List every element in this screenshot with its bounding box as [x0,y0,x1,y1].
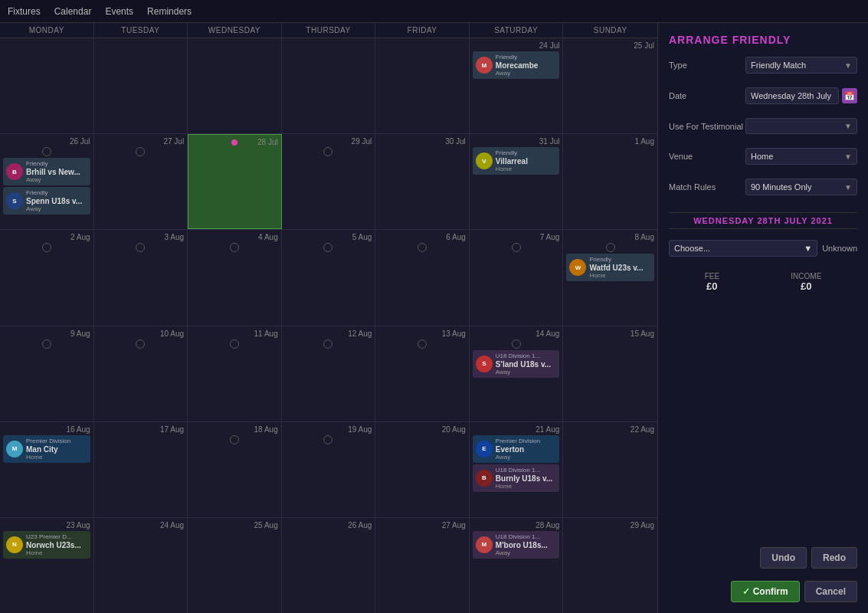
type-value: Friendly Match [751,61,806,70]
match-card-4-5-0[interactable]: EPremier DivisionEvertonAway [473,435,560,463]
add-dot-2-5[interactable] [512,243,521,252]
cal-cell-1-2[interactable]: 28 Jul [188,134,282,229]
cal-cell-4-2[interactable]: 18 Aug [188,422,282,517]
nav-events[interactable]: Events [105,6,133,17]
cal-cell-2-3[interactable]: 5 Aug [282,230,376,325]
match-card-3-5-0[interactable]: SU18 Division 1...S'land U18s v...Away [473,350,560,378]
matchrules-dropdown[interactable]: 90 Minutes Only ▼ [745,179,857,195]
date-num-1-0: 26 Jul [3,137,90,146]
type-dropdown[interactable]: Friendly Match ▼ [745,57,857,74]
add-dot-2-3[interactable] [323,243,332,252]
cal-cell-3-5[interactable]: 14 AugSU18 Division 1...S'land U18s v...… [470,326,564,421]
cal-cell-0-3[interactable] [282,38,376,133]
match-card-2-6-0[interactable]: WFriendlyWatfd U23s v...Home [566,254,654,281]
cal-cell-0-0[interactable] [0,38,94,133]
calendar-row-1: 26 JulBFriendlyBrhill vs New...AwaySFrie… [0,134,657,230]
match-card-1-0-0[interactable]: BFriendlyBrhill vs New...Away [3,158,90,185]
add-dot-4-2[interactable] [230,435,239,444]
cal-cell-1-5[interactable]: 31 JulVFriendlyVillarrealHome [470,134,564,229]
cal-cell-4-3[interactable]: 19 Aug [282,422,376,517]
calendar-icon-button[interactable]: 📅 [842,88,857,103]
add-dot-3-3[interactable] [323,339,332,349]
nav-reminders[interactable]: Reminders [147,6,192,17]
add-dot-1-0[interactable] [42,147,51,156]
match-card-5-5-0[interactable]: MU18 Division 1...M'boro U18s...Away [473,531,560,559]
cal-cell-1-6[interactable]: 1 Aug [563,134,657,229]
cal-cell-3-4[interactable]: 13 Aug [375,326,470,421]
add-dot-1-1[interactable] [136,147,145,156]
date-num-5-6: 29 Aug [566,521,654,529]
add-dot-3-5[interactable] [512,339,521,349]
testimonial-dropdown[interactable]: ▼ [745,118,857,134]
date-num-4-4: 20 Aug [378,425,466,434]
date-num-2-1: 3 Aug [97,233,185,241]
cal-cell-0-4[interactable] [375,38,470,133]
calendar-area: MONDAY TUESDAY WEDNESDAY THURSDAY FRIDAY… [0,23,657,613]
add-dot-2-2[interactable] [230,243,239,252]
add-dot-2-1[interactable] [136,243,145,252]
match-card-5-0-0[interactable]: NU23 Premier D...Norwch U23s...Home [3,531,90,559]
venue-dropdown[interactable]: Home ▼ [745,148,857,165]
cal-cell-5-0[interactable]: 23 AugNU23 Premier D...Norwch U23s...Hom… [0,518,94,613]
nav-fixtures[interactable]: Fixtures [8,6,41,17]
cal-cell-1-3[interactable]: 29 Jul [282,134,376,229]
add-dot-3-4[interactable] [418,339,427,349]
add-dot-3-1[interactable] [136,339,145,349]
match-card-1-0-1[interactable]: SFriendlySpenn U18s v...Away [3,187,90,215]
match-opponent-0-5-0: Morecambe [496,61,539,70]
cal-cell-1-0[interactable]: 26 JulBFriendlyBrhill vs New...AwaySFrie… [0,134,94,229]
add-dot-3-0[interactable] [42,339,51,349]
cal-cell-3-2[interactable]: 11 Aug [188,326,282,421]
cal-cell-2-4[interactable]: 6 Aug [375,230,470,325]
add-dot-2-6[interactable] [606,243,615,252]
cal-cell-5-1[interactable]: 24 Aug [94,518,188,613]
confirm-button[interactable]: ✓Confirm [731,581,800,602]
add-dot-3-2[interactable] [230,339,239,349]
add-dot-4-3[interactable] [323,435,332,444]
cal-cell-4-1[interactable]: 17 Aug [94,422,188,517]
cal-cell-2-1[interactable]: 3 Aug [94,230,188,325]
date-num-4-6: 22 Aug [566,425,654,434]
cal-cell-5-2[interactable]: 25 Aug [188,518,282,613]
match-opponent-4-5-0: Everton [496,445,540,454]
cal-cell-1-1[interactable]: 27 Jul [94,134,188,229]
cal-cell-3-0[interactable]: 9 Aug [0,326,94,421]
cal-cell-2-2[interactable]: 4 Aug [188,230,282,325]
cal-cell-2-5[interactable]: 7 Aug [470,230,564,325]
cal-cell-4-6[interactable]: 22 Aug [563,422,657,517]
cal-cell-5-3[interactable]: 26 Aug [282,518,376,613]
crest-3-5-0: S [476,356,493,372]
cal-cell-5-6[interactable]: 29 Aug [563,518,657,613]
cancel-button[interactable]: Cancel [804,581,857,602]
cal-cell-5-5[interactable]: 28 AugMU18 Division 1...M'boro U18s...Aw… [470,518,564,613]
cal-cell-3-1[interactable]: 10 Aug [94,326,188,421]
add-dot-2-0[interactable] [42,243,51,252]
match-card-4-5-1[interactable]: BU18 Division 1...Burnly U18s v...Home [473,464,560,492]
cal-cell-4-4[interactable]: 20 Aug [375,422,470,517]
cal-cell-0-6[interactable]: 25 Jul [563,38,657,133]
cal-cell-1-4[interactable]: 30 Jul [375,134,470,229]
date-num-4-1: 17 Aug [97,425,185,434]
redo-button[interactable]: Redo [811,547,857,569]
cal-cell-0-1[interactable] [94,38,188,133]
match-card-0-5-0[interactable]: MFriendlyMorecambeAway [473,51,560,79]
add-dot-1-3[interactable] [323,147,332,156]
undo-button[interactable]: Undo [760,547,807,569]
opponent-dropdown[interactable]: Choose... ▼ [669,240,817,257]
cal-cell-2-0[interactable]: 2 Aug [0,230,94,325]
cal-cell-2-6[interactable]: 8 AugWFriendlyWatfd U23s v...Home [563,230,657,325]
add-dot-2-4[interactable] [418,243,427,252]
cal-cell-5-4[interactable]: 27 Aug [375,518,470,613]
cal-cell-3-3[interactable]: 12 Aug [282,326,376,421]
cal-cell-3-6[interactable]: 15 Aug [563,326,657,421]
match-card-1-5-0[interactable]: VFriendlyVillarrealHome [473,147,560,175]
cal-cell-4-5[interactable]: 21 AugEPremier DivisionEvertonAwayBU18 D… [470,422,564,517]
cal-cell-0-2[interactable] [188,38,282,133]
date-num-5-4: 27 Aug [378,521,466,529]
right-panel: ARRANGE FRIENDLY Type Friendly Match ▼ D… [657,23,868,613]
cal-cell-0-5[interactable]: 24 JulMFriendlyMorecambeAway [470,38,564,133]
match-card-4-0-0[interactable]: MPremier DivisionMan CityHome [3,435,90,463]
nav-calendar[interactable]: Calendar [54,6,92,17]
cal-cell-4-0[interactable]: 16 AugMPremier DivisionMan CityHome [0,422,94,517]
confirm-cancel-row: ✓Confirm Cancel [669,581,857,602]
